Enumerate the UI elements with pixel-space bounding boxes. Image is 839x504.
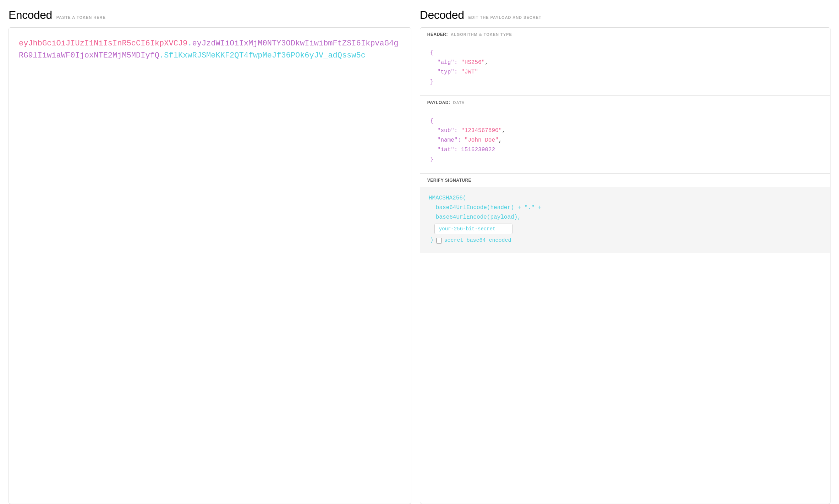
header-open-brace: { xyxy=(430,50,434,56)
decoded-subtitle: EDIT THE PAYLOAD AND SECRET xyxy=(468,15,541,20)
header-typ-key: "typ" xyxy=(437,69,454,75)
payload-iat-key: "iat" xyxy=(437,147,454,153)
header-close-brace: } xyxy=(430,79,434,85)
header-typ-val: "JWT" xyxy=(461,69,478,75)
header-block: HEADER: ALGORITHM & TOKEN TYPE { "alg": … xyxy=(420,28,830,96)
payload-name-key: "name" xyxy=(437,137,458,143)
payload-sub-key: "sub" xyxy=(437,127,454,134)
decoded-panel: Decoded EDIT THE PAYLOAD AND SECRET HEAD… xyxy=(420,9,830,504)
payload-label: PAYLOAD: xyxy=(427,100,450,105)
payload-sub-val: "1234567890" xyxy=(461,127,502,134)
payload-colon3: : xyxy=(454,147,461,153)
payload-block-header: PAYLOAD: DATA xyxy=(420,96,830,109)
verify-block-header: VERIFY SIGNATURE xyxy=(420,174,830,187)
verify-input-row xyxy=(429,224,822,234)
header-sublabel: ALGORITHM & TOKEN TYPE xyxy=(451,32,512,37)
payload-comma2: , xyxy=(499,137,502,143)
token-part3: SflKxwRJSMeKKF2QT4fwpMeJf36POk6yJV_adQss… xyxy=(164,51,366,60)
verify-close-paren: ) xyxy=(430,236,434,245)
encoded-title: Encoded xyxy=(9,9,52,22)
payload-block: PAYLOAD: DATA { "sub": "1234567890", "na… xyxy=(420,96,830,174)
payload-sublabel: DATA xyxy=(453,100,465,105)
verify-label: VERIFY SIGNATURE xyxy=(427,178,471,183)
header-body[interactable]: { "alg": "HS256", "typ": "JWT" } xyxy=(420,41,830,95)
payload-close-brace: } xyxy=(430,157,434,163)
header-comma1: , xyxy=(485,59,488,66)
payload-comma1: , xyxy=(502,127,505,134)
header-block-header: HEADER: ALGORITHM & TOKEN TYPE xyxy=(420,28,830,41)
verify-body: HMACSHA256( base64UrlEncode(header) + ".… xyxy=(420,187,830,253)
header-alg-key: "alg" xyxy=(437,59,454,66)
payload-colon2: : xyxy=(457,137,464,143)
payload-open-brace: { xyxy=(430,118,434,124)
token-part1: eyJhbGciOiJIUzI1NiIsInR5cCI6IkpXVCJ9 xyxy=(19,39,187,48)
header-label: HEADER: xyxy=(427,32,448,37)
decoded-title: Decoded xyxy=(420,9,464,22)
checkbox-label-text: secret base64 encoded xyxy=(444,236,511,245)
verify-close-row: ) secret base64 encoded xyxy=(429,236,822,245)
verify-line1: HMACSHA256( xyxy=(429,195,466,201)
payload-body[interactable]: { "sub": "1234567890", "name": "John Doe… xyxy=(420,109,830,173)
secret-input[interactable] xyxy=(434,224,512,234)
payload-colon1: : xyxy=(454,127,461,134)
header-colon2: : xyxy=(454,69,461,75)
verify-line3: base64UrlEncode(payload), xyxy=(436,214,521,220)
token-dot1: . xyxy=(187,39,192,48)
payload-iat-val: 1516239022 xyxy=(461,147,495,153)
verify-block: VERIFY SIGNATURE HMACSHA256( base64UrlEn… xyxy=(420,174,830,504)
secret-base64-label[interactable]: secret base64 encoded xyxy=(436,236,511,245)
header-alg-val: "HS256" xyxy=(461,59,485,66)
decoded-section: HEADER: ALGORITHM & TOKEN TYPE { "alg": … xyxy=(420,27,830,504)
secret-base64-checkbox[interactable] xyxy=(436,238,442,243)
token-dot2: . xyxy=(159,51,164,60)
verify-line2: base64UrlEncode(header) + "." + xyxy=(436,204,542,211)
encoded-panel: Encoded PASTE A TOKEN HERE eyJhbGciOiJIU… xyxy=(9,9,411,504)
encoded-subtitle: PASTE A TOKEN HERE xyxy=(56,15,106,20)
encoded-header: Encoded PASTE A TOKEN HERE xyxy=(9,9,411,22)
header-colon1: : xyxy=(454,59,461,66)
encoded-token-box[interactable]: eyJhbGciOiJIUzI1NiIsInR5cCI6IkpXVCJ9.eyJ… xyxy=(9,27,411,504)
payload-name-val: "John Doe" xyxy=(465,137,499,143)
decoded-header: Decoded EDIT THE PAYLOAD AND SECRET xyxy=(420,9,830,22)
